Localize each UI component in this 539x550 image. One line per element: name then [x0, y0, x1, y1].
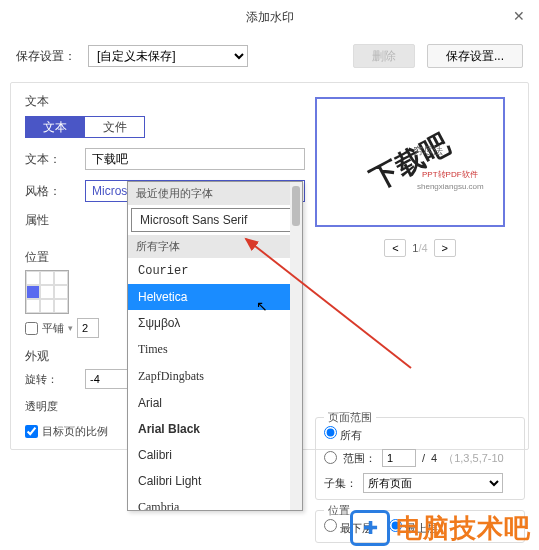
watermark-text-input[interactable]: [85, 148, 305, 170]
scale-checkbox[interactable]: [25, 425, 38, 438]
save-config-button[interactable]: 保存设置...: [427, 44, 523, 68]
brand-icon: [350, 510, 390, 546]
chevron-down-icon[interactable]: ▾: [68, 323, 73, 333]
range-all-radio[interactable]: 所有: [324, 426, 362, 443]
range-label: 范围：: [343, 451, 376, 466]
font-item-zapf[interactable]: ZapfDingbats: [128, 363, 302, 390]
font-item-arial[interactable]: Arial: [128, 390, 302, 416]
font-item-arialblack[interactable]: Arial Black: [128, 416, 302, 442]
font-item-calibri[interactable]: Calibri: [128, 442, 302, 468]
tile-label: 平铺: [42, 321, 64, 336]
font-item-helvetica[interactable]: Helvetica: [128, 284, 302, 310]
opacity-label: 透明度: [25, 399, 77, 414]
tab-text[interactable]: 文本: [25, 116, 85, 138]
tile-value[interactable]: [77, 318, 99, 338]
position-grid[interactable]: [25, 270, 69, 314]
style-label: 风格：: [25, 183, 77, 200]
rotate-input[interactable]: [85, 369, 131, 389]
font-item-cambria[interactable]: Cambria: [128, 494, 302, 511]
save-preset-select[interactable]: [自定义未保存]: [88, 45, 248, 67]
delete-button[interactable]: 删除: [353, 44, 415, 68]
font-item-times[interactable]: Times: [128, 336, 302, 363]
position-selected-cell[interactable]: [26, 285, 40, 299]
font-dropdown-list[interactable]: 最近使用的字体 Microsoft Sans Serif 所有字体 Courie…: [127, 181, 303, 511]
scale-label: 目标页的比例: [42, 424, 108, 439]
font-item-mssans[interactable]: Microsoft Sans Serif: [131, 208, 299, 232]
brand-text: 电脑技术吧: [396, 511, 531, 546]
dialog-title: 添加水印: [246, 9, 294, 26]
preview-sub3: shengxiangsu.com: [417, 181, 484, 193]
dropdown-header-recent: 最近使用的字体: [128, 182, 302, 205]
text-label: 文本：: [25, 151, 77, 168]
dropdown-header-all: 所有字体: [128, 235, 302, 258]
preview-sub1: 穷尽法: [413, 145, 443, 157]
range-from-input[interactable]: [382, 449, 416, 467]
range-custom-radio[interactable]: [324, 451, 337, 466]
range-total: 4: [431, 452, 437, 464]
rotate-label: 旋转：: [25, 372, 77, 387]
page-range-legend: 页面范围: [324, 410, 376, 425]
range-hint: （1,3,5,7-10: [443, 451, 504, 466]
pager-next-button[interactable]: >: [434, 239, 456, 257]
subset-select[interactable]: 所有页面: [363, 473, 503, 493]
font-item-symbol[interactable]: Σψμβολ: [128, 310, 302, 336]
font-item-courier[interactable]: Courier: [128, 258, 302, 284]
save-preset-label: 保存设置：: [16, 48, 76, 65]
brand-watermark: 电脑技术吧: [350, 510, 531, 546]
preview-pane: 下载吧 穷尽法 PPT转PDF软件 shengxiangsu.com: [315, 97, 505, 227]
tab-file[interactable]: 文件: [85, 116, 145, 138]
font-item-calibrilight[interactable]: Calibri Light: [128, 468, 302, 494]
preview-sub2: PPT转PDF软件: [422, 169, 478, 181]
close-icon[interactable]: ✕: [513, 8, 525, 24]
tile-checkbox[interactable]: [25, 322, 38, 335]
section-text-header: 文本: [25, 93, 305, 110]
pager-page-display: 1/4: [412, 242, 427, 254]
scrollbar[interactable]: [290, 182, 302, 510]
subset-label: 子集：: [324, 476, 357, 491]
pager-prev-button[interactable]: <: [384, 239, 406, 257]
